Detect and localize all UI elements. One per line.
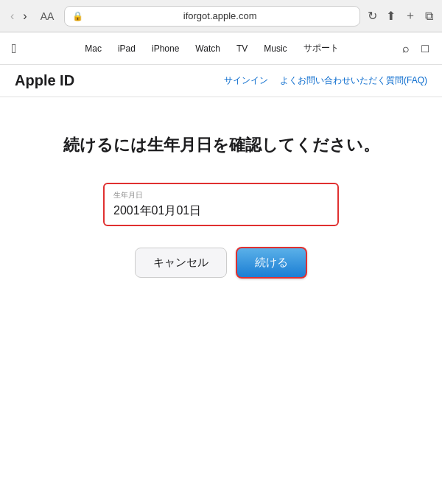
page-heading: 続けるには生年月日を確認してください。 [63, 134, 379, 156]
nav-tv[interactable]: TV [229, 41, 255, 57]
nav-mac[interactable]: Mac [77, 41, 109, 57]
dob-input-group[interactable]: 生年月日 2001年01月01日 [103, 183, 339, 226]
reader-mode-button[interactable]: AA [36, 9, 59, 24]
nav-music[interactable]: Music [256, 41, 294, 57]
button-row: キャンセル 続ける [103, 247, 339, 279]
appleid-title: Apple ID [15, 72, 74, 89]
apple-nav:  Mac iPad iPhone Watch TV Music サポート ⌕ … [0, 32, 442, 65]
refresh-button[interactable]: ↻ [366, 7, 379, 24]
share-button[interactable]: ⬆ [385, 7, 397, 24]
continue-button[interactable]: 続ける [236, 247, 307, 279]
signin-link[interactable]: サインイン [224, 74, 268, 87]
lock-icon: 🔒 [72, 11, 83, 21]
header-links: サインイン よくお問い合わせいただく質問(FAQ) [224, 74, 427, 87]
nav-iphone[interactable]: iPhone [144, 41, 186, 57]
address-bar[interactable]: 🔒 iforgot.apple.com [64, 6, 360, 27]
back-button[interactable]: ‹ [7, 9, 17, 24]
nav-icons: ⌕ □ [401, 41, 430, 57]
cancel-button[interactable]: キャンセル [135, 248, 227, 278]
nav-watch[interactable]: Watch [188, 41, 228, 57]
form-container: 生年月日 2001年01月01日 キャンセル 続ける [103, 183, 339, 279]
appleid-header: Apple ID サインイン よくお問い合わせいただく質問(FAQ) [0, 65, 442, 97]
tab-overview-button[interactable]: ⧉ [424, 8, 435, 24]
nav-buttons: ‹ › [7, 9, 30, 24]
faq-link[interactable]: よくお問い合わせいただく質問(FAQ) [280, 74, 427, 87]
url-text: iforgot.apple.com [88, 10, 352, 21]
search-icon[interactable]: ⌕ [401, 41, 411, 57]
dob-label: 生年月日 [113, 190, 329, 200]
nav-ipad[interactable]: iPad [110, 41, 143, 57]
nav-links: Mac iPad iPhone Watch TV Music サポート [23, 39, 401, 57]
forward-button[interactable]: › [20, 9, 29, 24]
dob-value: 2001年01月01日 [113, 204, 201, 217]
bag-icon[interactable]: □ [420, 41, 430, 57]
apple-logo-icon:  [12, 42, 17, 55]
add-tab-button[interactable]: ＋ [403, 7, 418, 25]
browser-chrome: ‹ › AA 🔒 iforgot.apple.com ↻ ⬆ ＋ ⧉ [0, 0, 442, 32]
nav-support[interactable]: サポート [296, 39, 346, 57]
browser-actions: ↻ ⬆ ＋ ⧉ [366, 7, 435, 25]
main-content: 続けるには生年月日を確認してください。 生年月日 2001年01月01日 キャン… [0, 97, 442, 293]
